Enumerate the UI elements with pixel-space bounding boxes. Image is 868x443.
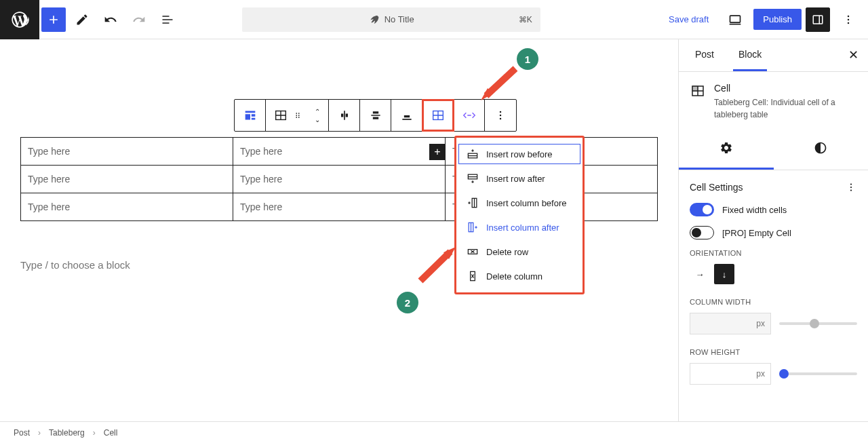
- top-toolbar: No Title ⌘K Save draft Publish: [0, 0, 868, 39]
- breadcrumb-item[interactable]: Post: [14, 428, 30, 438]
- editor-canvas: ⌃ ⌄: [0, 39, 678, 421]
- delete-col-item[interactable]: Delete column: [456, 264, 583, 288]
- edit-mode-button[interactable]: [70, 7, 94, 32]
- settings-panel-toggle[interactable]: [806, 7, 830, 32]
- svg-point-26: [850, 189, 852, 191]
- row-height-input[interactable]: [690, 363, 771, 385]
- device-icon: [728, 13, 742, 26]
- table-cell[interactable]: Type here: [21, 138, 233, 166]
- col-after-icon: [466, 220, 479, 234]
- section-title: Cell Settings: [690, 182, 743, 193]
- column-width-button[interactable]: [454, 100, 485, 131]
- publish-button[interactable]: Publish: [753, 9, 802, 30]
- col-width-slider[interactable]: [779, 322, 857, 325]
- cell-settings-section: Cell Settings Fixed width cells [PRO] Em…: [679, 170, 868, 396]
- doc-outline-button[interactable]: [155, 7, 180, 32]
- breadcrumb: Post › Tableberg › Cell: [0, 421, 868, 443]
- section-menu-button[interactable]: [845, 181, 857, 193]
- preview-button[interactable]: [723, 7, 747, 32]
- svg-point-8: [296, 115, 297, 116]
- breadcrumb-item[interactable]: Tableberg: [49, 428, 85, 438]
- svg-point-14: [500, 115, 502, 117]
- cell-block-icon: [690, 83, 706, 99]
- subtab-settings[interactable]: [679, 132, 774, 170]
- kebab-icon: [845, 181, 857, 193]
- row-height-slider[interactable]: [779, 372, 857, 375]
- block-type-button[interactable]: [235, 100, 266, 131]
- save-draft-button[interactable]: Save draft: [660, 9, 717, 30]
- gear-icon: [719, 141, 733, 155]
- align-text-button[interactable]: [391, 100, 422, 131]
- tab-block[interactable]: Block: [733, 39, 767, 71]
- row-after-icon: [466, 172, 479, 185]
- table-cell[interactable]: Type here: [233, 193, 446, 221]
- sidebar-subtabs: [679, 132, 868, 170]
- svg-rect-23: [692, 86, 698, 91]
- orientation-vertical[interactable]: ↓: [714, 264, 734, 284]
- feather-icon: [368, 14, 379, 25]
- orientation-horizontal[interactable]: →: [690, 264, 710, 284]
- shortcut-hint: ⌘K: [519, 15, 532, 24]
- align-horizontal-button[interactable]: [360, 100, 391, 131]
- orientation-label: ORIENTATION: [690, 249, 857, 257]
- add-block-inline-button[interactable]: +: [429, 144, 446, 160]
- insert-col-after-item[interactable]: Insert column after: [456, 215, 583, 239]
- plus-icon: [47, 13, 60, 26]
- document-title-bar[interactable]: No Title ⌘K: [242, 7, 540, 32]
- move-down-button[interactable]: ⌄: [309, 115, 326, 123]
- svg-point-13: [500, 111, 502, 113]
- breadcrumb-item[interactable]: Cell: [104, 428, 118, 438]
- delete-row-icon: [466, 245, 479, 258]
- table-icon: [273, 108, 288, 123]
- block-toolbar: ⌃ ⌄: [234, 99, 517, 132]
- empty-cell-toggle[interactable]: [690, 226, 714, 239]
- slash-hint[interactable]: Type / to choose a block: [20, 259, 130, 271]
- col-width-input[interactable]: [690, 313, 771, 334]
- svg-rect-0: [730, 16, 741, 22]
- move-buttons: ⌃ ⌄: [309, 107, 326, 123]
- block-description: Tableberg Cell: Individual cell of a tab…: [714, 96, 857, 121]
- drag-handle[interactable]: [293, 111, 309, 120]
- table-edit-dropdown: Insert row before Insert row after Inser…: [454, 136, 585, 294]
- table-cell[interactable]: Type here: [21, 193, 233, 221]
- annotation-arrow-1: [478, 65, 519, 102]
- align-vertical-button[interactable]: [329, 100, 360, 131]
- more-block-options[interactable]: [485, 100, 516, 131]
- delete-row-item[interactable]: Delete row: [456, 239, 583, 264]
- svg-point-24: [850, 183, 852, 185]
- tab-post[interactable]: Post: [690, 39, 719, 71]
- wp-logo[interactable]: [0, 0, 39, 39]
- table-cell[interactable]: Type here: [233, 166, 446, 193]
- annotation-1: 1: [517, 48, 538, 70]
- move-up-button[interactable]: ⌃: [309, 107, 326, 115]
- parent-block-button[interactable]: [269, 100, 293, 131]
- pencil-icon: [75, 13, 89, 26]
- subtab-styles[interactable]: [774, 132, 869, 170]
- svg-point-3: [848, 18, 850, 20]
- table-cell[interactable]: Type here: [233, 138, 446, 166]
- align-vert-icon: [338, 109, 351, 122]
- wordpress-icon: [10, 10, 29, 29]
- more-options-button[interactable]: [836, 7, 861, 32]
- insert-col-before-item[interactable]: Insert column before: [456, 191, 583, 215]
- fixed-width-toggle[interactable]: [690, 203, 714, 216]
- add-block-button[interactable]: [41, 7, 66, 32]
- redo-icon: [132, 13, 146, 26]
- kebab-icon: [494, 109, 507, 122]
- doc-title-text: No Title: [384, 14, 414, 24]
- svg-point-11: [298, 117, 300, 118]
- svg-point-4: [848, 22, 850, 24]
- svg-point-7: [298, 113, 300, 114]
- align-text-icon: [400, 109, 414, 122]
- block-title: Cell: [714, 83, 857, 94]
- table-cell[interactable]: Type here: [21, 166, 233, 193]
- undo-button[interactable]: [98, 7, 123, 32]
- insert-row-after-item[interactable]: Insert row after: [456, 166, 583, 191]
- fixed-width-label: Fixed width cells: [722, 205, 787, 215]
- table-edit-button[interactable]: [422, 100, 454, 131]
- close-sidebar-button[interactable]: ✕: [848, 47, 859, 62]
- redo-button[interactable]: [127, 7, 151, 32]
- delete-col-icon: [466, 269, 479, 283]
- block-info: Cell Tableberg Cell: Individual cell of …: [679, 72, 868, 132]
- insert-row-before-item[interactable]: Insert row before: [456, 142, 583, 166]
